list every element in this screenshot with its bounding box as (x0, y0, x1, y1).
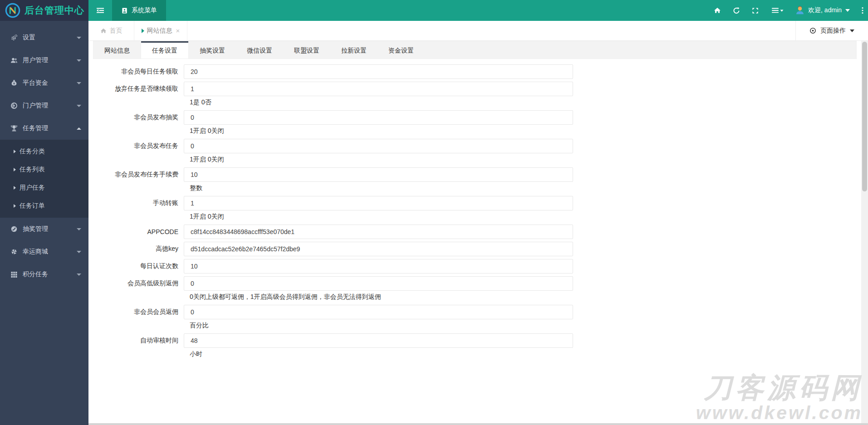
form-label: APPCODE (93, 228, 184, 235)
shrink-icon (96, 7, 104, 14)
sidebar-subitem-task-order[interactable]: 任务订单 (0, 197, 88, 215)
sidebar-subitem-label: 任务分类 (20, 147, 45, 156)
form-label: 自动审核时间 (93, 337, 184, 345)
users-icon (10, 57, 19, 64)
menu-caret-icon (772, 7, 784, 14)
form-input-1[interactable] (184, 64, 573, 79)
moneybag-icon (10, 79, 19, 87)
sidebar-item-label: 用户管理 (23, 56, 48, 64)
user-menu[interactable]: 欢迎, admin (791, 6, 854, 15)
page-actions-label: 页面操作 (820, 27, 846, 35)
more-options-button[interactable] (854, 0, 868, 21)
sidebar-item-label: 积分任务 (23, 270, 48, 278)
sidebar-item-portal-management[interactable]: 门户管理 (0, 94, 88, 117)
form-input-5[interactable] (184, 167, 573, 182)
sidebar-item-task-management[interactable]: 任务管理 (0, 117, 88, 140)
settings-tab-5[interactable]: 拉新设置 (330, 41, 378, 59)
sidebar-item-lottery-management[interactable]: 抽奖管理 (0, 218, 88, 240)
arrow-right-icon (14, 186, 16, 190)
sidebar-subitem-task-list[interactable]: 任务列表 (0, 161, 88, 179)
refresh-button[interactable] (727, 0, 746, 21)
form-input-4[interactable] (184, 139, 573, 153)
caret-right-icon (142, 29, 144, 33)
main-area: 首页 网站信息 × 页面操作 网站信息任务设置抽奖设置微信设置联盟设置拉新设置资… (88, 21, 868, 425)
sidebar-item-label: 平台资金 (23, 79, 48, 87)
form-label: 非会员发布任务 (93, 142, 184, 150)
arrow-right-icon (14, 150, 16, 153)
form-label: 手动转账 (93, 199, 184, 207)
form-hint: 1开启 0关闭 (189, 153, 857, 165)
settings-tab-6[interactable]: 资金设置 (378, 41, 425, 59)
sidebar-item-label: 设置 (23, 34, 35, 42)
settings-tab-4[interactable]: 联盟设置 (283, 41, 330, 59)
form-input-7[interactable] (184, 225, 573, 239)
form-row: 非会员发布抽奖1开启 0关闭 (93, 110, 857, 136)
sidebar-item-lucky-mall[interactable]: 幸运商城 (0, 240, 88, 263)
form-input-2[interactable] (184, 82, 573, 96)
form-hint: 整数 (189, 182, 857, 193)
sidebar-subitem-user-task[interactable]: 用户任务 (0, 179, 88, 197)
form-row: APPCODE (93, 225, 857, 239)
settings-tab-1[interactable]: 任务设置 (141, 41, 189, 59)
form-input-6[interactable] (184, 196, 573, 210)
chevron-down-icon (77, 82, 81, 84)
breadcrumb-home[interactable]: 首页 (88, 21, 134, 40)
page-actions-button[interactable]: 页面操作 (795, 21, 868, 40)
form-row: 自动审核时间小时 (93, 333, 857, 359)
bullseye-icon (809, 27, 816, 34)
form-input-12[interactable] (184, 333, 573, 348)
form-hint: 小时 (189, 348, 857, 359)
topbar-icons: 欢迎, admin (708, 0, 868, 21)
app-logo-icon (5, 3, 20, 18)
fullscreen-button[interactable] (746, 0, 765, 21)
scrollbar-thumb[interactable] (862, 42, 867, 191)
form-row: 高德key (93, 242, 857, 256)
sidebar-item-label: 任务管理 (23, 124, 48, 132)
breadcrumb: 首页 网站信息 × 页面操作 (88, 21, 868, 41)
form-input-8[interactable] (184, 242, 573, 256)
form-label: 非会员每日任务领取 (93, 68, 184, 76)
form-row: 非会员发布任务1开启 0关闭 (93, 139, 857, 165)
vertical-scrollbar[interactable] (861, 41, 868, 425)
home-small-icon (100, 28, 107, 34)
lottery-icon (10, 225, 19, 233)
sidebar-item-label: 门户管理 (23, 102, 48, 110)
form-input-9[interactable] (184, 259, 573, 274)
sidebar-menu: 设置用户管理平台资金门户管理任务管理任务分类任务列表用户任务任务订单抽奖管理幸运… (0, 26, 88, 286)
home-button[interactable] (708, 0, 727, 21)
sidebar-item-platform-funds[interactable]: 平台资金 (0, 72, 88, 94)
form-row: 非会员发布任务手续费整数 (93, 167, 857, 193)
topbar-spacer (166, 0, 708, 21)
settings-tab-2[interactable]: 抽奖设置 (189, 41, 236, 59)
arrow-right-icon (14, 168, 16, 171)
sidebar: 设置用户管理平台资金门户管理任务管理任务分类任务列表用户任务任务订单抽奖管理幸运… (0, 21, 88, 425)
system-menu-tab[interactable]: 系统菜单 (112, 0, 166, 21)
refresh-icon (733, 7, 740, 14)
form-row: 非会员会员返佣百分比 (93, 305, 857, 331)
form-row: 手动转账1开启 0关闭 (93, 196, 857, 222)
collapse-sidebar-button[interactable] (88, 0, 112, 21)
form-input-10[interactable] (184, 276, 573, 291)
grid-icon (10, 271, 19, 278)
bottom-scroll-strip (88, 423, 868, 425)
form-input-11[interactable] (184, 305, 573, 319)
form-hint: 1是 0否 (189, 96, 857, 107)
open-page-tab[interactable]: 网站信息 × (134, 21, 187, 40)
form-label: 非会员发布抽奖 (93, 113, 184, 122)
system-menu-label: 系统菜单 (132, 6, 157, 15)
settings-card: 网站信息任务设置抽奖设置微信设置联盟设置拉新设置资金设置 非会员每日任务领取放弃… (93, 41, 857, 359)
kebab-menu-icon (862, 7, 863, 14)
close-icon[interactable]: × (176, 27, 180, 34)
breadcrumb-home-label: 首页 (110, 27, 123, 35)
settings-tab-0[interactable]: 网站信息 (93, 41, 141, 59)
settings-tab-3[interactable]: 微信设置 (236, 41, 283, 59)
sidebar-item-points-task[interactable]: 积分任务 (0, 263, 88, 286)
sidebar-item-settings[interactable]: 设置 (0, 26, 88, 49)
form-input-3[interactable] (184, 110, 573, 125)
avatar (795, 6, 804, 15)
form-row: 放弃任务是否继续领取1是 0否 (93, 82, 857, 107)
sidebar-subitem-task-category[interactable]: 任务分类 (0, 142, 88, 161)
nav-menu-button[interactable] (765, 0, 791, 21)
form-hint: 0关闭上级都可返佣，1开启高级会员得到返佣，非会员无法得到返佣 (189, 291, 857, 302)
sidebar-item-user-management[interactable]: 用户管理 (0, 49, 88, 72)
